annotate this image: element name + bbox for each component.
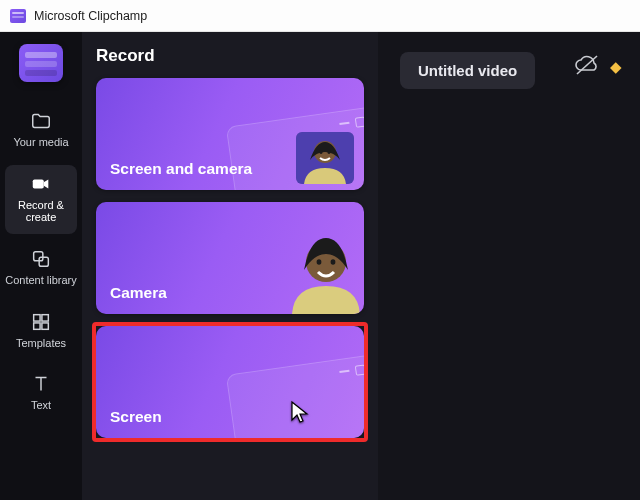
card-label: Screen and camera xyxy=(110,160,252,178)
titlebar: Microsoft Clipchamp xyxy=(0,0,640,32)
clipchamp-logo[interactable] xyxy=(19,44,63,82)
rail-label: Record & create xyxy=(5,199,77,224)
rail-templates[interactable]: Templates xyxy=(5,303,77,360)
project-title-button[interactable]: Untitled video xyxy=(400,52,535,89)
rail-label: Text xyxy=(31,399,51,412)
project-title: Untitled video xyxy=(418,62,517,79)
svg-line-14 xyxy=(577,56,597,74)
cloud-sync-off-icon[interactable] xyxy=(574,54,600,80)
camera-thumbnail xyxy=(296,132,354,184)
svg-point-10 xyxy=(327,150,330,154)
mouse-cursor-icon xyxy=(290,400,310,424)
app-body: Your media Record & create Content libra… xyxy=(0,32,640,500)
rail-content-library[interactable]: Content library xyxy=(5,240,77,297)
svg-point-13 xyxy=(331,259,336,265)
card-label: Screen xyxy=(110,408,162,426)
rail-label: Templates xyxy=(16,337,66,350)
rail-text[interactable]: Text xyxy=(5,365,77,422)
svg-rect-5 xyxy=(34,322,40,328)
svg-point-12 xyxy=(317,259,322,265)
camera-person xyxy=(278,228,364,314)
library-icon xyxy=(29,248,53,270)
card-camera[interactable]: Camera xyxy=(96,202,364,314)
rail-record-create[interactable]: Record & create xyxy=(5,165,77,234)
svg-point-9 xyxy=(319,150,322,154)
person-icon xyxy=(278,228,364,314)
editor-stage: Untitled video ◆ xyxy=(378,32,640,500)
app-window: Microsoft Clipchamp Your media Record & … xyxy=(0,0,640,500)
premium-diamond-icon[interactable]: ◆ xyxy=(610,58,622,76)
record-panel: Record Screen and camera xyxy=(82,32,378,500)
card-screen-and-camera[interactable]: Screen and camera xyxy=(96,78,364,190)
folder-icon xyxy=(29,110,53,132)
window-graphic-icon xyxy=(226,354,364,438)
panel-heading: Record xyxy=(96,46,364,66)
rail-label: Your media xyxy=(13,136,68,149)
video-camera-icon xyxy=(29,173,53,195)
svg-rect-3 xyxy=(34,314,40,320)
left-rail: Your media Record & create Content libra… xyxy=(0,32,82,500)
window-title: Microsoft Clipchamp xyxy=(34,9,147,23)
rail-label: Content library xyxy=(5,274,77,287)
screen-card-highlight: Screen xyxy=(96,326,364,438)
header-actions: ◆ xyxy=(574,54,622,80)
svg-rect-1 xyxy=(34,252,43,261)
text-icon xyxy=(29,373,53,395)
svg-rect-4 xyxy=(42,314,48,320)
card-screen[interactable]: Screen xyxy=(96,326,364,438)
person-icon xyxy=(296,132,354,184)
rail-your-media[interactable]: Your media xyxy=(5,102,77,159)
clipchamp-app-icon xyxy=(10,9,26,23)
templates-icon xyxy=(29,311,53,333)
svg-rect-2 xyxy=(39,257,48,266)
svg-rect-0 xyxy=(33,179,44,188)
card-label: Camera xyxy=(110,284,167,302)
svg-rect-6 xyxy=(42,322,48,328)
